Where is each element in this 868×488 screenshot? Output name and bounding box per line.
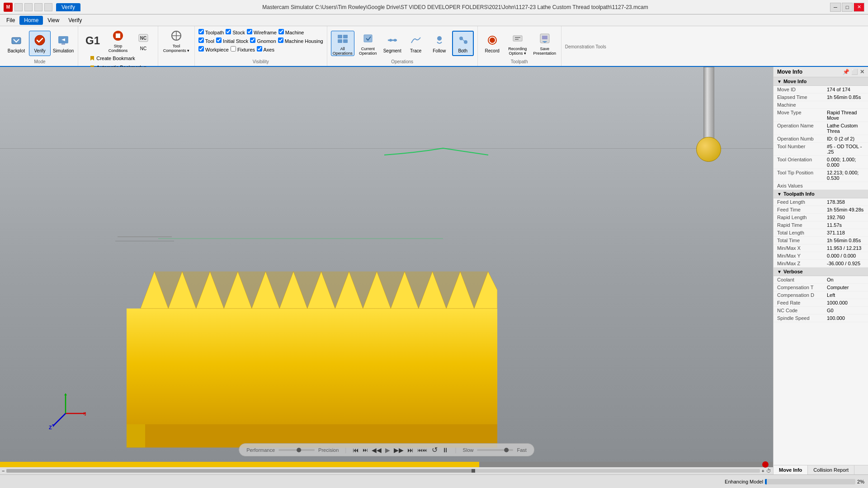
machine-check-label[interactable]: Machine [278,29,304,35]
workpiece-check-label[interactable]: Workpiece [198,46,229,52]
move-info-header[interactable]: Move Info 📌 ⬜ ✕ [774,67,868,77]
tool-checkbox[interactable] [198,38,204,43]
yellow-bar-thumb[interactable] [762,461,769,468]
trace-button[interactable]: Trace [405,31,427,56]
menu-view[interactable]: View [43,16,64,25]
axes-checkbox[interactable] [257,46,262,52]
panel-close-button[interactable]: ✕ [860,69,864,75]
all-operations-button[interactable]: AllOperations [331,31,354,56]
min-max-z-value: -36.000 / 0.925 [827,261,860,266]
stock-checkbox[interactable] [226,29,231,34]
bar-plus-button[interactable]: + [762,468,764,474]
current-operation-button[interactable]: CurrentOperation [356,31,380,56]
minimize-button[interactable]: ─ [830,3,841,12]
tool-number-label: Tool Number [777,144,827,149]
demo-tools-label: Demonstration Tools [565,43,606,49]
app-icon: M [4,3,13,12]
rewind-button[interactable]: ◀◀ [372,446,382,454]
operations-buttons: AllOperations CurrentOperation Segment T… [331,28,474,58]
nc-button[interactable]: NC NC [132,28,154,53]
active-tab[interactable]: Verify [56,3,80,11]
move-info-section-header[interactable]: ▼ Move Info [774,77,868,86]
toolpath-check-label[interactable]: Toolpath [198,29,224,35]
step-back-button[interactable]: ⏭ [363,447,368,453]
initial-stock-check-label[interactable]: Initial Stock [216,38,248,44]
menu-verify[interactable]: Verify [64,16,86,25]
operation-name-row: Operation Name Lathe Custom Threa [774,122,868,135]
verbose-section-header[interactable]: ▼ Verbose [774,267,868,276]
quick-access-3[interactable] [34,3,42,11]
quick-access-4[interactable] [44,3,52,11]
loop-button[interactable]: ↺ [432,446,438,454]
nc-code-row: NC Code G0 [774,307,868,314]
verify-icon [33,33,47,47]
performance-slider[interactable] [278,449,315,451]
maximize-button[interactable]: □ [842,3,853,12]
skip-start-button[interactable]: ⏮ [353,446,359,454]
slow-label: Slow [463,447,474,453]
stop-conditions-button[interactable]: StopConditions [105,28,131,53]
create-bookmark-button[interactable]: Create Bookmark [86,54,150,62]
recording-options-button[interactable]: RecordingOptions ▾ [505,31,530,56]
simulation-button[interactable]: Simulation [52,31,74,56]
both-button[interactable]: Both [452,31,474,56]
move-type-value: Rapid Thread Move [827,110,864,121]
gnomon-check-label[interactable]: Gnomon [250,38,276,44]
create-bookmark-label: Create Bookmark [96,56,135,61]
quick-access-1[interactable] [14,3,23,11]
workpiece-checkbox[interactable] [198,46,204,52]
wireframe-checkbox[interactable] [247,29,252,34]
bar-value-display: ⏱ [766,468,771,474]
tool-components-button[interactable]: ToolComponents ▾ [162,28,191,53]
fixtures-check-label[interactable]: Fixtures [231,46,255,52]
toolpath-info-section-header[interactable]: ▼ Toolpath Info [774,190,868,198]
svg-rect-13 [338,39,342,43]
machine-checkbox[interactable] [278,29,284,34]
menu-home[interactable]: Home [19,16,43,25]
demo-tools-group: Demonstration Tools [561,26,610,66]
precision-label: Precision [318,447,339,453]
segment-icon [385,33,400,47]
fixtures-checkbox[interactable] [231,46,236,52]
machine-housing-check-label[interactable]: Machine Housing [278,38,323,44]
menu-file[interactable]: File [2,16,19,25]
svg-line-63 [53,413,66,426]
quick-access-2[interactable] [24,3,33,11]
gnomon-checkbox[interactable] [250,38,255,43]
skip-end-button[interactable]: ⏮⏭ [417,447,427,453]
spindle-speed-label: Spindle Speed [777,315,827,321]
fast-forward-button[interactable]: ▶▶ [394,446,404,454]
save-presentation-button[interactable]: SavePresentation [532,31,557,56]
segment-button[interactable]: Segment [382,31,403,56]
machine-housing-checkbox[interactable] [278,38,283,43]
visibility-row-2: Tool Initial Stock Gnomon Machine Housin… [198,37,323,45]
playback-controls: Performance Precision | ⏮ ⏭ ◀◀ ▶ ▶▶ ⏭ ⏮⏭… [239,443,534,456]
collision-report-tab[interactable]: Collision Report [808,465,854,474]
step-forward-button[interactable]: ⏭ [407,446,414,454]
thin-progress-bar[interactable] [6,469,760,473]
yellow-progress-bar[interactable] [0,462,773,467]
record-button[interactable]: Record [481,31,503,56]
spindle-cylinder [703,67,714,148]
follow-button[interactable]: Follow [429,31,450,56]
initial-stock-checkbox[interactable] [216,38,222,43]
mode-group-label: Mode [34,58,45,64]
stock-check-label[interactable]: Stock [226,29,245,35]
tool-check-label[interactable]: Tool [198,38,214,44]
toolpath-buttons: Record RecordingOptions ▾ SavePresentati… [481,28,557,58]
panel-float-button[interactable]: ⬜ [851,69,858,75]
viewport[interactable]: X Y Z Performance Precision | ⏮ ⏭ ◀◀ ▶ ▶… [0,67,773,474]
move-info-tab[interactable]: Move Info [774,465,808,474]
tool-orientation-value: 0.000; 1.000; 0.000 [827,157,864,168]
verify-button[interactable]: Verify [29,31,51,56]
axes-check-label[interactable]: Axes [257,46,274,52]
wireframe-check-label[interactable]: Wireframe [247,29,277,35]
speed-slider[interactable] [477,449,513,451]
toolpath-checkbox[interactable] [198,29,204,34]
bar-minus-button[interactable]: − [2,468,5,474]
pause-button[interactable]: ⏸ [442,446,448,454]
play-button[interactable]: ▶ [385,446,390,454]
panel-pin-button[interactable]: 📌 [843,69,849,75]
backplot-button[interactable]: Backplot [5,31,27,56]
close-button[interactable]: ✕ [854,3,864,12]
